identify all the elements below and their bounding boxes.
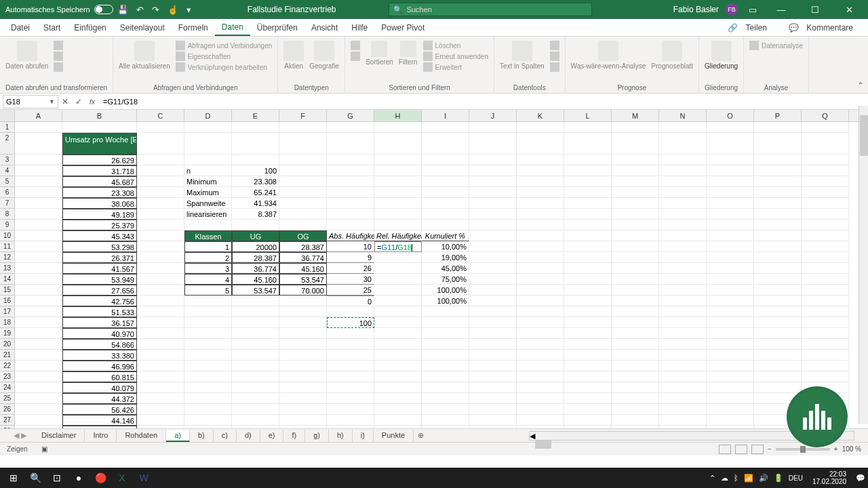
row-header[interactable]: 28: [0, 426, 15, 428]
cell[interactable]: 8.387: [232, 209, 279, 220]
cell[interactable]: 25.379: [62, 220, 137, 230]
cell[interactable]: [232, 155, 279, 165]
cell[interactable]: [659, 187, 707, 198]
cell[interactable]: [232, 133, 279, 155]
cell[interactable]: [659, 426, 707, 428]
cell[interactable]: [659, 339, 707, 350]
cell[interactable]: 23.308: [232, 176, 279, 187]
cell[interactable]: [15, 241, 62, 252]
cell[interactable]: [564, 350, 612, 361]
cell[interactable]: [232, 426, 279, 428]
cell[interactable]: [422, 426, 469, 428]
share-button[interactable]: 🔗 Teilen: [722, 20, 778, 35]
cell[interactable]: [659, 263, 707, 274]
cell[interactable]: [802, 155, 849, 165]
cell[interactable]: [15, 122, 62, 133]
cell[interactable]: [374, 187, 422, 198]
cell[interactable]: 65.241: [232, 187, 279, 198]
select-all-corner[interactable]: [0, 110, 15, 121]
cell[interactable]: [15, 230, 62, 241]
cell[interactable]: [374, 133, 422, 155]
cell[interactable]: [15, 393, 62, 404]
cell[interactable]: 10: [327, 241, 374, 252]
cell[interactable]: [802, 230, 849, 241]
sheet-tab[interactable]: e): [260, 430, 284, 442]
cell[interactable]: 4: [184, 274, 232, 285]
cell[interactable]: [327, 361, 374, 371]
cell[interactable]: [374, 339, 422, 350]
cell[interactable]: [707, 155, 754, 165]
cell[interactable]: [232, 306, 279, 317]
cell[interactable]: [279, 187, 327, 198]
cell[interactable]: [422, 220, 469, 230]
cell[interactable]: [564, 404, 612, 415]
cell[interactable]: 41.934: [232, 198, 279, 209]
word-icon[interactable]: W: [133, 468, 155, 487]
cell[interactable]: 60.815: [62, 371, 137, 382]
cell[interactable]: [327, 209, 374, 220]
cell[interactable]: 42.756: [62, 296, 137, 306]
cell[interactable]: [612, 230, 659, 241]
col-header[interactable]: Q: [802, 110, 849, 121]
cell[interactable]: [802, 241, 849, 252]
cell[interactable]: [659, 274, 707, 285]
cell[interactable]: [659, 220, 707, 230]
cell[interactable]: [612, 187, 659, 198]
cell[interactable]: [374, 296, 422, 306]
cell[interactable]: 3: [184, 263, 232, 274]
cell[interactable]: [802, 187, 849, 198]
sheet-tab[interactable]: b): [190, 430, 214, 442]
cell[interactable]: [612, 296, 659, 306]
cell[interactable]: [279, 165, 327, 176]
row-header[interactable]: 11: [0, 241, 15, 252]
bluetooth-icon[interactable]: ᛒ: [734, 474, 738, 482]
name-box[interactable]: G18▼: [3, 95, 58, 108]
cell[interactable]: 36.774: [232, 263, 279, 274]
cell[interactable]: [374, 252, 422, 263]
cell[interactable]: 100,00%: [422, 296, 469, 306]
touch-icon[interactable]: ☝: [167, 5, 178, 15]
cell[interactable]: [707, 252, 754, 263]
cell[interactable]: [279, 371, 327, 382]
cell[interactable]: [469, 122, 517, 133]
cell[interactable]: 26: [327, 263, 374, 274]
cell[interactable]: [327, 382, 374, 393]
cell[interactable]: [137, 306, 184, 317]
cell[interactable]: [659, 198, 707, 209]
cell[interactable]: [279, 122, 327, 133]
cell[interactable]: [517, 328, 564, 339]
cell[interactable]: 49.189: [62, 209, 137, 220]
sheet-tab[interactable]: d): [237, 430, 260, 442]
cell[interactable]: [279, 133, 327, 155]
cell[interactable]: [137, 263, 184, 274]
cell[interactable]: [802, 350, 849, 361]
sheet-tab[interactable]: f): [283, 430, 305, 442]
cell[interactable]: [564, 176, 612, 187]
cell[interactable]: [612, 371, 659, 382]
cell[interactable]: [564, 328, 612, 339]
cell[interactable]: [802, 285, 849, 296]
cell[interactable]: [15, 165, 62, 176]
cell[interactable]: [802, 122, 849, 133]
cell[interactable]: 1: [184, 241, 232, 252]
cell[interactable]: [802, 306, 849, 317]
cell[interactable]: [15, 198, 62, 209]
user-name[interactable]: Fabio Basler: [673, 5, 719, 14]
cell[interactable]: 53.949: [62, 274, 137, 285]
cell[interactable]: [754, 371, 802, 382]
cell[interactable]: [232, 415, 279, 426]
cell[interactable]: [279, 176, 327, 187]
cell[interactable]: [517, 426, 564, 428]
cell[interactable]: 27.656: [62, 285, 137, 296]
cell[interactable]: [184, 328, 232, 339]
cell[interactable]: [469, 230, 517, 241]
cell[interactable]: [707, 426, 754, 428]
cell[interactable]: [612, 263, 659, 274]
cell[interactable]: 53.547: [232, 285, 279, 296]
cell[interactable]: [564, 198, 612, 209]
cell[interactable]: [659, 165, 707, 176]
cell[interactable]: [15, 220, 62, 230]
cell[interactable]: [15, 415, 62, 426]
cell[interactable]: [707, 393, 754, 404]
collapse-ribbon-icon[interactable]: ⌃: [857, 81, 864, 90]
